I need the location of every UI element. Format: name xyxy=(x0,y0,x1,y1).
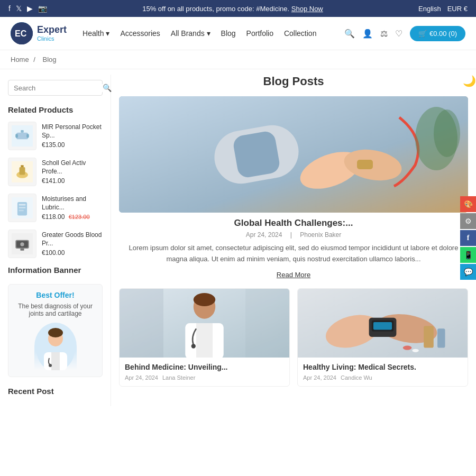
sidebar: 🔍 Related Products MIR Personal Pocket S… xyxy=(0,75,111,406)
nav-all-brands[interactable]: All Brands ▾ xyxy=(171,29,210,38)
read-more-anchor[interactable]: Read More xyxy=(277,271,310,279)
nav-blog[interactable]: Blog xyxy=(221,29,236,38)
product-image-2 xyxy=(8,158,36,186)
top-bar: f 𝕏 ▶ 📷 15% off on all products, promo c… xyxy=(0,0,476,17)
page-title: Blog Posts xyxy=(119,75,468,88)
wishlist-icon[interactable]: ♡ xyxy=(395,29,402,39)
svg-rect-9 xyxy=(20,167,25,175)
blog-card-date-2: Apr 24, 2024 xyxy=(303,374,336,381)
svg-point-34 xyxy=(434,109,460,157)
search-icon[interactable]: 🔍 xyxy=(103,84,112,92)
product-price-3: €118.00 €123.00 xyxy=(42,213,103,221)
shop-now-link[interactable]: Shop Now xyxy=(291,5,323,13)
instagram-social-icon[interactable]: 📷 xyxy=(38,4,47,13)
blog-card-body-2: Healthy Living: Medical Secrets. Apr 24,… xyxy=(298,358,468,386)
product-image-1 xyxy=(8,122,36,150)
logo-text-block: Expert Clinics xyxy=(37,25,67,42)
best-offer-title: Best Offer! xyxy=(14,291,97,299)
cart-amount: €0.00 (0) xyxy=(429,30,457,38)
svg-rect-41 xyxy=(120,289,163,358)
svg-rect-49 xyxy=(424,326,434,347)
product-image-4 xyxy=(8,230,36,258)
featured-post-excerpt: Lorem ipsum dolor sit amet, consectetur … xyxy=(119,243,468,265)
main-nav: Health ▾ Accessories All Brands ▾ Blog P… xyxy=(83,29,344,38)
product-price-4: €100.00 xyxy=(42,249,103,257)
social-links[interactable]: f 𝕏 ▶ 📷 xyxy=(8,4,47,13)
settings-icon[interactable]: ⚙ xyxy=(460,213,476,229)
nav-accessories[interactable]: Accessories xyxy=(120,29,160,38)
svg-rect-13 xyxy=(19,204,26,206)
list-item[interactable]: Greater Goods Blood Pr... €100.00 xyxy=(8,230,103,258)
nav-collection[interactable]: Collection xyxy=(284,29,316,38)
twitter-social-icon[interactable]: 𝕏 xyxy=(16,4,22,13)
facebook-social-icon[interactable]: f xyxy=(8,4,11,13)
search-input[interactable] xyxy=(14,84,103,92)
promo-bar: 15% off on all products, promo code: #Me… xyxy=(47,5,418,13)
language-selector[interactable]: English xyxy=(418,5,441,13)
svg-rect-14 xyxy=(19,207,26,208)
svg-point-52 xyxy=(412,349,418,352)
svg-text:EC: EC xyxy=(15,29,27,38)
info-banner: Best Offer! The best diagnosis of your j… xyxy=(8,284,103,377)
blog-card-date-1: Apr 24, 2024 xyxy=(125,374,158,381)
read-more-link[interactable]: Read More xyxy=(119,270,468,279)
info-banner-title: Information Banner xyxy=(8,266,103,274)
promo-text: 15% off on all products, promo code: #Me… xyxy=(142,5,289,13)
floating-icons: 🎨 ⚙ f 📱 💬 xyxy=(460,196,476,280)
svg-point-51 xyxy=(403,345,412,350)
recent-post-title: Recent Post xyxy=(8,387,103,396)
svg-rect-6 xyxy=(21,130,23,133)
header: EC Expert Clinics Health ▾ Accessories A… xyxy=(0,17,476,50)
svg-rect-25 xyxy=(51,352,60,370)
list-item[interactable]: MIR Personal Pocket Sp... €135.00 xyxy=(8,122,103,150)
blog-grid: Behind Medicine: Unveiling... Apr 24, 20… xyxy=(119,288,468,387)
currency-selector[interactable]: EUR € xyxy=(447,5,468,13)
product-name-2: Scholl Gel Activ Profe... xyxy=(42,159,103,176)
list-item[interactable]: Moisturises and Lubric... €118.00 €123.0… xyxy=(8,194,103,222)
dark-mode-icon[interactable]: 🌙 xyxy=(463,75,476,87)
nav-health[interactable]: Health ▾ xyxy=(83,29,109,38)
logo-name: Expert xyxy=(37,25,67,35)
best-offer-desc: The best diagnosis of your joints and ca… xyxy=(14,303,97,317)
facebook-floating-icon[interactable]: f xyxy=(460,230,476,246)
svg-rect-5 xyxy=(26,134,29,138)
svg-point-37 xyxy=(194,293,215,306)
user-icon[interactable]: 👤 xyxy=(362,29,373,39)
logo[interactable]: EC Expert Clinics xyxy=(11,22,67,44)
blog-card-1[interactable]: Behind Medicine: Unveiling... Apr 24, 20… xyxy=(119,288,290,387)
chat-icon[interactable]: 💬 xyxy=(460,264,476,280)
search-header-icon[interactable]: 🔍 xyxy=(344,29,355,39)
blog-card-body-1: Behind Medicine: Unveiling... Apr 24, 20… xyxy=(120,358,289,386)
blog-card-2[interactable]: Healthy Living: Medical Secrets. Apr 24,… xyxy=(297,288,468,387)
blog-card-title-1: Behind Medicine: Unveiling... xyxy=(125,363,284,371)
featured-post-date: Apr 24, 2024 xyxy=(246,231,282,239)
product-name-4: Greater Goods Blood Pr... xyxy=(42,231,103,248)
product-info-3: Moisturises and Lubric... €118.00 €123.0… xyxy=(42,195,103,221)
blog-card-meta-2: Apr 24, 2024 Candice Wu xyxy=(303,374,462,381)
svg-point-40 xyxy=(191,344,196,348)
blog-card-author-1: Lana Steiner xyxy=(162,374,195,381)
blog-card-image-1 xyxy=(120,289,289,358)
product-name-3: Moisturises and Lubric... xyxy=(42,195,103,212)
breadcrumb-home[interactable]: Home xyxy=(11,56,29,63)
search-box[interactable]: 🔍 xyxy=(8,80,103,96)
featured-post-meta: Apr 24, 2024 | Phoenix Baker xyxy=(119,231,468,239)
svg-rect-39 xyxy=(196,323,213,358)
color-picker-icon[interactable]: 🎨 xyxy=(460,196,476,212)
svg-rect-29 xyxy=(232,130,281,179)
compare-icon[interactable]: ⚖ xyxy=(380,29,388,39)
youtube-social-icon[interactable]: ▶ xyxy=(27,4,33,13)
blog-card-title-2: Healthy Living: Medical Secrets. xyxy=(303,363,462,371)
breadcrumb-separator: / xyxy=(33,56,37,63)
featured-post-image xyxy=(119,96,468,213)
blog-card-author-2: Candice Wu xyxy=(341,374,372,381)
nav-portfolio[interactable]: Portfolio xyxy=(246,29,273,38)
whatsapp-icon[interactable]: 📱 xyxy=(460,247,476,263)
cart-button[interactable]: 🛒 €0.00 (0) xyxy=(410,26,465,41)
doctor-image xyxy=(34,323,77,370)
blog-card-image-2 xyxy=(298,289,468,358)
list-item[interactable]: Scholl Gel Activ Profe... €141.00 xyxy=(8,158,103,186)
svg-rect-42 xyxy=(245,289,289,358)
svg-rect-32 xyxy=(357,160,373,169)
breadcrumb: Home / Blog xyxy=(0,50,476,69)
